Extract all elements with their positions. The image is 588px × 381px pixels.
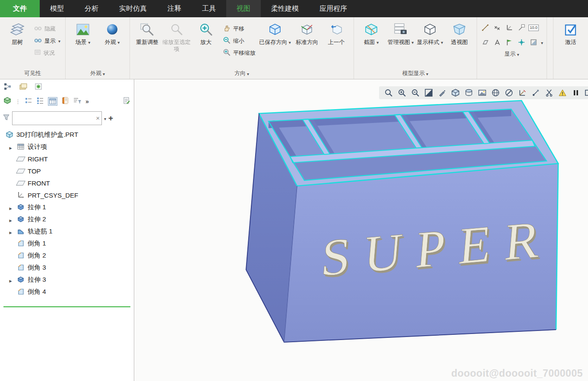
- tree-item-trajectory-rib-1[interactable]: 轨迹筋 1: [0, 225, 134, 237]
- spin-center-toggle[interactable]: [517, 38, 526, 47]
- refit-icon: [140, 22, 154, 37]
- status-button[interactable]: 状况: [32, 47, 63, 58]
- refit-icon[interactable]: [424, 88, 434, 98]
- zoom-out-icon[interactable]: [410, 88, 420, 98]
- image-capture-icon[interactable]: [477, 88, 487, 98]
- tree-filter-icon[interactable]: [73, 97, 82, 106]
- tolerance-display-toggle[interactable]: 10.0: [529, 23, 538, 32]
- activate-button[interactable]: 激活: [556, 20, 585, 47]
- tree-item-chamfer-4[interactable]: 倒角 4: [0, 286, 134, 298]
- pause-icon[interactable]: [571, 88, 581, 98]
- standard-orientation-button[interactable]: 标准方向: [292, 20, 322, 47]
- previous-icon: [330, 22, 343, 37]
- saved-orientations-button[interactable]: 已保存方向: [258, 20, 292, 47]
- search-options-caret-icon[interactable]: [104, 114, 106, 122]
- tab-applications[interactable]: 应用程序: [309, 0, 357, 17]
- tab-file[interactable]: 文件: [0, 0, 40, 17]
- tree-item-front-plane[interactable]: FRONT: [0, 177, 134, 189]
- clear-search-icon[interactable]: [96, 114, 100, 122]
- repaint-icon[interactable]: [437, 88, 447, 98]
- filter-funnel-icon[interactable]: [3, 114, 10, 123]
- expand-arrow-icon[interactable]: [8, 204, 13, 211]
- notes-display-toggle[interactable]: [505, 38, 514, 47]
- warning-icon[interactable]: [557, 88, 568, 98]
- zoom-in-icon[interactable]: [397, 88, 407, 98]
- tab-model[interactable]: 模型: [40, 0, 74, 17]
- previous-button[interactable]: 上一个: [322, 20, 351, 47]
- axis-display-toggle[interactable]: [481, 23, 490, 32]
- tree-item-design-items[interactable]: 设计项: [0, 141, 134, 153]
- pan-zoom-button[interactable]: 平移缩放: [221, 47, 258, 58]
- tree-settings-page-icon[interactable]: [123, 97, 130, 106]
- no-display-icon[interactable]: [504, 88, 514, 98]
- shade-cube-icon[interactable]: [450, 88, 461, 98]
- tab-flexible-modeling[interactable]: 柔性建模: [261, 0, 309, 17]
- bookmarks-icon[interactable]: [61, 97, 69, 106]
- tree-item-extrude-2[interactable]: 拉伸 2: [0, 213, 134, 225]
- tree-item-root[interactable]: 3D打印机维护盒.PRT: [0, 129, 134, 141]
- tree-item-extrude-3[interactable]: 拉伸 3: [0, 274, 134, 286]
- annotation-display-toggle[interactable]: [493, 38, 502, 47]
- trim-icon[interactable]: [544, 88, 554, 98]
- tab-view[interactable]: 视图: [226, 0, 261, 17]
- zoom-to-selected-button[interactable]: 缩放至选定项: [162, 20, 191, 54]
- tree-item-chamfer-2[interactable]: 倒角 2: [0, 249, 134, 261]
- tree-item-right-plane[interactable]: RIGHT: [0, 153, 134, 165]
- datum-tag-display-toggle[interactable]: [517, 23, 526, 32]
- appearance-button[interactable]: 外观: [98, 20, 127, 47]
- tab-analysis[interactable]: 分析: [74, 0, 109, 17]
- tree-item-extrude-1[interactable]: 拉伸 1: [0, 201, 134, 213]
- perspective-button[interactable]: 透视图: [445, 20, 474, 47]
- zoom-out-button[interactable]: 缩小: [221, 35, 258, 46]
- csys-display-toggle[interactable]: [505, 23, 514, 32]
- pan-zoom-label: 平移缩放: [233, 49, 256, 57]
- folder-browser-icon[interactable]: [19, 83, 28, 92]
- tree-insert-locator[interactable]: [3, 306, 130, 307]
- tab-live-simulation[interactable]: 实时仿真: [109, 0, 157, 17]
- expand-arrow-icon[interactable]: [8, 228, 13, 235]
- section-label: 截面: [364, 39, 379, 46]
- section-button[interactable]: 截面: [357, 20, 386, 47]
- overflow-clipped-icon[interactable]: [584, 88, 588, 98]
- hide-icon: [34, 25, 42, 32]
- tab-tools[interactable]: 工具: [192, 0, 226, 17]
- list-view-icon[interactable]: [25, 97, 32, 106]
- column-view-icon[interactable]: [48, 97, 57, 106]
- detail-view-icon[interactable]: [36, 97, 44, 106]
- expand-arrow-icon[interactable]: [8, 276, 13, 283]
- point-display-toggle[interactable]: [493, 23, 502, 32]
- tree-item-csys[interactable]: PRT_CSYS_DEF: [0, 189, 134, 201]
- section-cap-icon[interactable]: [464, 88, 474, 98]
- model-3d-view[interactable]: SUPER SUPER: [134, 79, 588, 381]
- connections-icon[interactable]: [531, 88, 541, 98]
- favorites-icon[interactable]: [35, 83, 43, 92]
- tree-item-chamfer-3[interactable]: 倒角 3: [0, 261, 134, 274]
- tab-annotate[interactable]: 注释: [157, 0, 192, 17]
- render-scene-icon[interactable]: [490, 88, 501, 98]
- plane-display-toggle[interactable]: [481, 38, 490, 47]
- show-button[interactable]: 显示: [32, 35, 63, 46]
- layer-tree-button[interactable]: 层树: [3, 20, 32, 47]
- expand-arrow-icon[interactable]: [8, 143, 13, 151]
- caret-down-icon[interactable]: [541, 38, 543, 46]
- tree-search-input[interactable]: [14, 114, 96, 122]
- tree-item-chamfer-1[interactable]: 倒角 1: [0, 237, 134, 249]
- tree-item-top-plane[interactable]: TOP: [0, 165, 134, 177]
- datum-filter-icon[interactable]: [517, 88, 528, 98]
- box-zoom-icon[interactable]: [383, 88, 394, 98]
- add-filter-icon[interactable]: [108, 113, 113, 123]
- model-tree-icon[interactable]: [3, 82, 12, 93]
- refit-button[interactable]: 重新调整: [133, 20, 162, 47]
- hide-button[interactable]: 隐藏: [32, 23, 63, 34]
- display-style-button[interactable]: 显示样式: [415, 20, 445, 47]
- expand-arrow-icon[interactable]: [8, 216, 13, 223]
- transparency-toggle[interactable]: [529, 38, 538, 47]
- zoom-in-button[interactable]: 放大: [191, 20, 221, 47]
- manage-views-button[interactable]: 管理视图: [386, 20, 415, 47]
- graphics-viewport[interactable]: SUPER SUPER dooooit@dooooit_7000005: [134, 79, 588, 381]
- pan-button[interactable]: 平移: [221, 23, 258, 34]
- active-model-icon[interactable]: [3, 97, 11, 106]
- more-tools-chevron-icon[interactable]: [85, 98, 89, 105]
- tree-search-box: [12, 111, 102, 125]
- scene-button[interactable]: 场景: [68, 20, 98, 47]
